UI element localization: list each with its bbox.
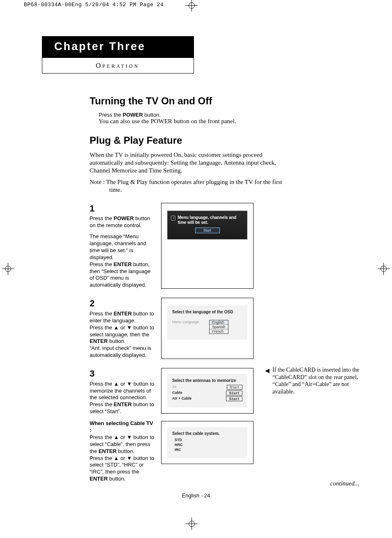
step-2-text-a: Press the ENTER button to enter the lang…	[90, 310, 155, 324]
osd-lang-label: Menu Language	[172, 320, 209, 334]
step-2-text-b: Press the ▲ or ▼ button to select langua…	[90, 324, 155, 345]
registration-mark-left	[2, 263, 14, 275]
registration-mark-bottom	[187, 519, 197, 529]
step-3-cable-text-b: Press the ▲ or ▼ button to select “STD”,…	[90, 455, 155, 483]
osd-start-button: Start	[195, 228, 220, 233]
osd-cable-system-title: Select the cable system.	[172, 431, 242, 436]
cable-system-irc: IRC	[172, 447, 242, 452]
step-1: 1 Press the POWER button on the remote c…	[90, 203, 287, 289]
step-2-number: 2	[90, 298, 155, 310]
info-icon	[171, 216, 175, 221]
chapter-title: Chapter Three	[42, 36, 194, 58]
step-1-number: 1	[90, 203, 155, 215]
step-2-text-c: “Ant. input check” menu is automatically…	[90, 345, 155, 359]
chapter-block: Chapter Three Operation	[42, 36, 194, 74]
step-3-screen-cable-system: Select the cable system. STD HRC IRC	[161, 421, 254, 464]
side-note-text: If the CableCARD is inserted into the “C…	[272, 367, 360, 395]
step-3-cable-text-a: Press the ▲ or ▼ button to select “Cable…	[90, 434, 155, 455]
print-header: BP68-00334A-00Eng 5/20/04 4:52 PM Page 2…	[24, 2, 164, 8]
chapter-subtitle: Operation	[96, 62, 139, 70]
lang-option-spanish: Spanish	[210, 324, 228, 329]
registration-mark-top	[187, 1, 197, 11]
osd-message: Menu language, channels and time will be…	[178, 215, 244, 225]
osd-lang-list: English Spanish French	[209, 320, 228, 334]
step-3-cable-heading: When selecting Cable TV :	[90, 420, 155, 434]
step-1-text-c: Press the ENTER button, then “Select the…	[90, 261, 155, 289]
page-footer: English - 24	[16, 492, 376, 499]
step-3: 3 Press the ▲ or ▼ button to memorize th…	[90, 368, 287, 483]
heading-plug-play: Plug & Play Feature	[90, 135, 287, 146]
plug-play-description: When the TV is initially powered On, bas…	[90, 151, 287, 174]
step-2-screen: Select the language of the OSD Menu Lang…	[161, 298, 254, 359]
continued-label: continued...	[330, 480, 359, 487]
cable-system-std: STD	[172, 437, 242, 442]
side-note: ◀ If the CableCARD is inserted into the …	[272, 366, 371, 395]
step-1-text-a: Press the POWER button on the remote con…	[90, 215, 155, 229]
power-alt-instruction: You can also use the POWER button on the…	[99, 118, 287, 125]
step-3-text-a: Press the ▲ or ▼ button to memorize the …	[90, 381, 155, 415]
lang-option-english: English	[210, 320, 228, 324]
osd-lang-title: Select the language of the OSD	[172, 310, 242, 314]
lang-option-french: French	[210, 329, 228, 333]
power-instruction: Press the POWER button.	[99, 112, 287, 118]
antenna-row-air: Air Start	[172, 384, 242, 390]
content-column: Turning the TV On and Off Press the POWE…	[90, 95, 287, 483]
step-1-text-b: The message “Menu language, channels and…	[90, 233, 155, 261]
step-3-screen-antenna: Select the antennas to memorize Air Star…	[161, 368, 254, 414]
antenna-row-cable: Cable Start	[172, 390, 242, 396]
plug-play-note: Note : The Plug & Play function operates…	[90, 178, 287, 194]
step-1-screen: Menu language, channels and time will be…	[161, 203, 254, 289]
cable-system-hrc: HRC	[172, 442, 242, 447]
step-2: 2 Press the ENTER button to enter the la…	[90, 298, 287, 359]
triangle-left-icon: ◀	[265, 367, 270, 375]
step-3-number: 3	[90, 368, 155, 380]
antenna-row-air-cable: Air + Cable Start	[172, 396, 242, 402]
registration-mark-right	[378, 263, 390, 275]
heading-turning-on: Turning the TV On and Off	[90, 95, 287, 107]
osd-antenna-title: Select the antennas to memorize	[172, 378, 242, 383]
page: Chapter Three Operation Turning the TV O…	[16, 17, 376, 514]
